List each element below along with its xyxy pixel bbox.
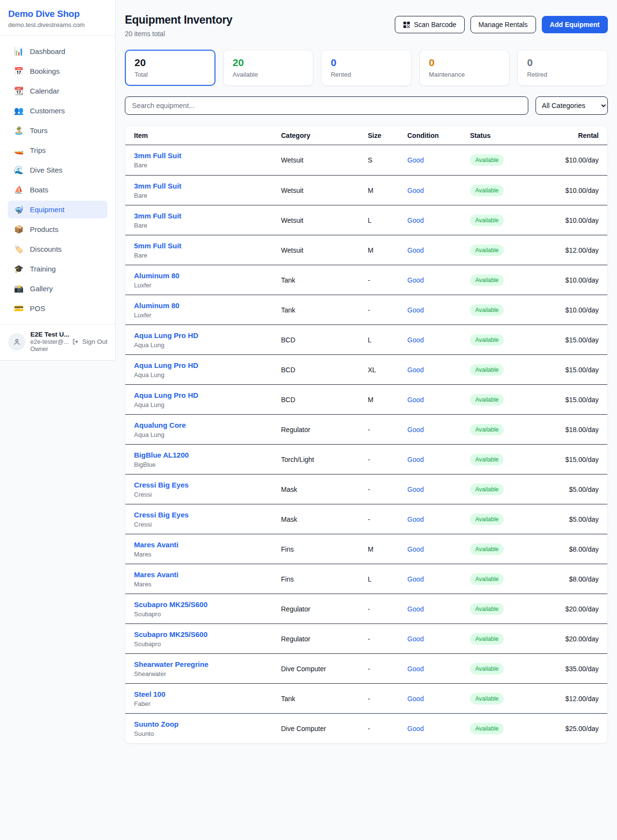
- status-cell: Available: [470, 543, 532, 555]
- sidebar-item-icon: 📊: [14, 47, 24, 56]
- item-condition-link[interactable]: Good: [407, 545, 424, 553]
- status-badge: Available: [470, 663, 504, 675]
- item-link[interactable]: Aqua Lung Pro HD: [134, 391, 198, 399]
- sidebar-item[interactable]: 📊 Dashboard: [8, 42, 107, 60]
- sidebar-item[interactable]: 👥 Customers: [8, 102, 107, 120]
- item-link[interactable]: Cressi Big Eyes: [134, 511, 188, 519]
- sidebar-item[interactable]: 📅 Bookings: [8, 62, 107, 80]
- table-body: 3mm Full Suit Bare Wetsuit S Good Availa…: [125, 145, 607, 743]
- item-brand: Aqua Lung: [134, 341, 281, 349]
- item-link[interactable]: Steel 100: [134, 690, 165, 698]
- column-header-status: Status: [470, 132, 532, 139]
- item-link[interactable]: Cressi Big Eyes: [134, 481, 188, 489]
- item-condition-link[interactable]: Good: [407, 187, 424, 194]
- item-condition-link[interactable]: Good: [407, 515, 424, 523]
- item-rental-rate: $12.00/day: [532, 695, 599, 703]
- item-link[interactable]: Aluminum 80: [134, 271, 179, 280]
- manage-rentals-button[interactable]: Manage Rentals: [470, 16, 536, 33]
- item-condition-link[interactable]: Good: [407, 366, 424, 374]
- stat-card[interactable]: 0 Rented: [321, 50, 412, 86]
- status-cell: Available: [470, 364, 532, 376]
- item-condition-link[interactable]: Good: [407, 635, 424, 643]
- item-cell: Scubapro MK25/S600 Scubapro: [134, 630, 281, 648]
- category-select[interactable]: All Categories: [536, 96, 608, 115]
- sign-out-button[interactable]: Sign Out: [72, 338, 107, 345]
- user-box: E2E Test U... e2e-tester@... Owner Sign …: [0, 324, 115, 360]
- item-condition-link[interactable]: Good: [407, 276, 424, 284]
- sidebar-item[interactable]: 📆 Calendar: [8, 82, 107, 100]
- item-condition-link[interactable]: Good: [407, 306, 424, 314]
- stat-card[interactable]: 0 Retired: [517, 50, 608, 86]
- add-equipment-button[interactable]: Add Equipment: [542, 16, 608, 33]
- sidebar-item[interactable]: 🌊 Dive Sites: [8, 161, 107, 179]
- sidebar-item[interactable]: ⛵ Boats: [8, 181, 107, 199]
- search-input[interactable]: [125, 96, 528, 115]
- item-condition-link[interactable]: Good: [407, 575, 424, 583]
- status-badge: Available: [470, 543, 504, 555]
- sidebar-item[interactable]: 🤿 Equipment: [8, 201, 107, 218]
- item-link[interactable]: Suunto Zoop: [134, 720, 178, 728]
- scan-barcode-button[interactable]: Scan Barcode: [395, 16, 465, 33]
- item-link[interactable]: Scubapro MK25/S600: [134, 630, 208, 638]
- condition-cell: Good: [407, 545, 470, 554]
- brand-link[interactable]: Demo Dive Shop: [8, 9, 107, 19]
- item-cell: Cressi Big Eyes Cressi: [134, 481, 281, 498]
- sidebar-item[interactable]: 🚤 Trips: [8, 141, 107, 159]
- item-link[interactable]: 3mm Full Suit: [134, 212, 181, 220]
- item-link[interactable]: Mares Avanti: [134, 570, 178, 579]
- item-condition-link[interactable]: Good: [407, 426, 424, 434]
- item-condition-link[interactable]: Good: [407, 156, 424, 164]
- stat-value: 20: [233, 57, 304, 68]
- item-link[interactable]: Aqualung Core: [134, 421, 186, 429]
- sidebar-item[interactable]: 🎓 Training: [8, 260, 107, 278]
- item-link[interactable]: Mares Avanti: [134, 541, 178, 549]
- item-cell: 3mm Full Suit Bare: [134, 212, 281, 229]
- item-brand: Mares: [134, 581, 281, 588]
- condition-cell: Good: [407, 485, 470, 494]
- item-condition-link[interactable]: Good: [407, 396, 424, 404]
- item-category: Tank: [281, 695, 368, 703]
- sidebar-item[interactable]: 📦 Products: [8, 220, 107, 238]
- sidebar-item-icon: 🎓: [14, 264, 24, 273]
- item-link[interactable]: Aluminum 80: [134, 301, 179, 310]
- stat-card[interactable]: 20 Total: [125, 50, 215, 86]
- equipment-table: Item Category Size Condition Status Rent…: [125, 125, 608, 744]
- item-link[interactable]: 3mm Full Suit: [134, 182, 181, 190]
- item-condition-link[interactable]: Good: [407, 336, 424, 344]
- item-link[interactable]: Aqua Lung Pro HD: [134, 361, 198, 369]
- item-condition-link[interactable]: Good: [407, 486, 424, 493]
- item-condition-link[interactable]: Good: [407, 725, 424, 732]
- table-row: Shearwater Peregrine Shearwater Dive Com…: [125, 653, 607, 683]
- condition-cell: Good: [407, 605, 470, 613]
- sidebar-item-icon: 💳: [14, 304, 24, 313]
- item-link[interactable]: Aqua Lung Pro HD: [134, 331, 198, 339]
- item-condition-link[interactable]: Good: [407, 456, 424, 463]
- item-link[interactable]: Scubapro MK25/S600: [134, 600, 208, 609]
- item-size: L: [368, 575, 407, 583]
- item-link[interactable]: BigBlue AL1200: [134, 451, 189, 459]
- item-condition-link[interactable]: Good: [407, 246, 424, 254]
- item-condition-link[interactable]: Good: [407, 695, 424, 703]
- item-category: Mask: [281, 515, 368, 523]
- sidebar-item[interactable]: 💳 POS: [8, 299, 107, 317]
- item-condition-link[interactable]: Good: [407, 605, 424, 613]
- sidebar-item[interactable]: 🏷️ Discounts: [8, 240, 107, 258]
- status-badge: Available: [470, 454, 504, 465]
- item-rental-rate: $20.00/day: [532, 605, 599, 613]
- sidebar-item[interactable]: 📸 Gallery: [8, 280, 107, 298]
- item-link[interactable]: 3mm Full Suit: [134, 151, 181, 160]
- item-link[interactable]: 5mm Full Suit: [134, 242, 181, 250]
- sidebar-item-icon: 🏷️: [14, 244, 24, 254]
- stat-card[interactable]: 0 Maintenance: [419, 50, 510, 86]
- sidebar-item[interactable]: 🏝️ Tours: [8, 122, 107, 139]
- status-badge: Available: [470, 424, 504, 435]
- stat-card[interactable]: 20 Available: [223, 50, 314, 86]
- column-header-size: Size: [368, 132, 407, 139]
- item-link[interactable]: Shearwater Peregrine: [134, 660, 208, 668]
- status-cell: Available: [470, 394, 532, 406]
- item-rental-rate: $15.00/day: [532, 366, 599, 374]
- item-condition-link[interactable]: Good: [407, 217, 424, 224]
- item-size: L: [368, 217, 407, 224]
- item-condition-link[interactable]: Good: [407, 665, 424, 673]
- table-row: Scubapro MK25/S600 Scubapro Regulator - …: [125, 623, 607, 653]
